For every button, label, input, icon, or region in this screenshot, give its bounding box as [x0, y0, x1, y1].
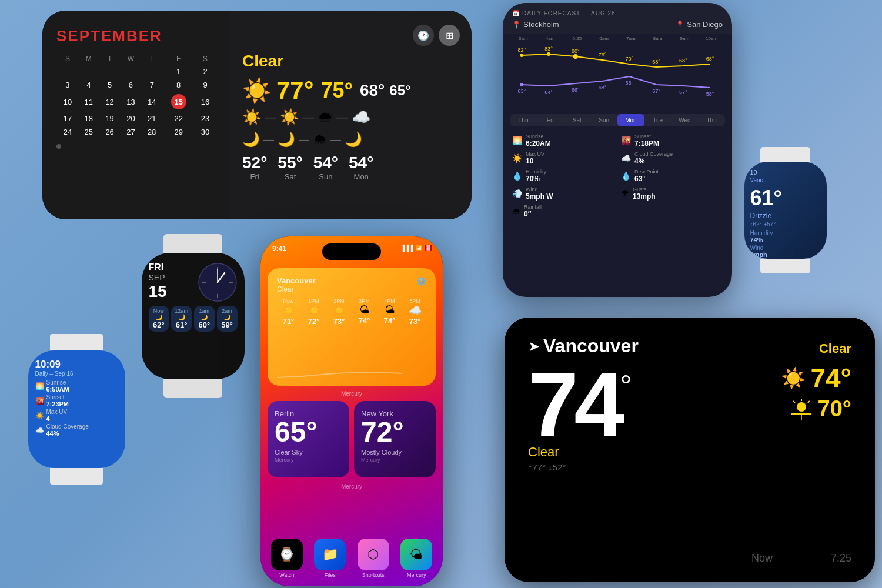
rainfall-label: Rainfall — [524, 204, 542, 210]
mercury-app-icon: 🌤 — [400, 539, 432, 570]
forecast-0: Now ☀️ 71° — [277, 298, 300, 326]
sandiego-label: 📍 San Diego — [676, 20, 723, 29]
files-app[interactable]: 📁 Files — [314, 539, 346, 578]
shortcuts-app[interactable]: ⬡ Shortcuts — [358, 539, 389, 578]
right-temp-stack: ☀️ 74° 70° — [781, 362, 851, 422]
svg-text:83°: 83° — [544, 46, 553, 52]
forecast-2: 2PM ☀️ 73° — [328, 298, 350, 326]
temp-curve — [277, 369, 426, 381]
day-thu[interactable]: Thu — [510, 114, 537, 126]
sun-horizon-icon — [790, 397, 813, 421]
gusts-value: 13mph — [633, 192, 656, 201]
iphone-calendar-weather: SEPTEMBER S M T W T F S 12 3456789 10111… — [42, 11, 472, 219]
sunrise-label: Sunrise — [526, 133, 551, 139]
dewpoint-label: Dew Point — [634, 169, 659, 175]
forecast-5: 5PM ☁️ 73° — [403, 298, 426, 326]
svg-text:63°: 63° — [517, 88, 526, 94]
cloud-icon-small: ☁️ — [35, 426, 44, 435]
calendar-grid: S M T W T F S 12 3456789 10111213141516 … — [56, 52, 216, 139]
temp-75: 75° — [321, 78, 353, 103]
watch-strip-label-3: 2am — [220, 308, 234, 314]
svg-text:57°: 57° — [652, 88, 660, 94]
moon-icon-2: 🌙 — [278, 131, 295, 148]
newyork-widget[interactable]: New York 72° Mostly Cloudy Mercury — [354, 401, 436, 477]
svg-text:58°: 58° — [706, 91, 714, 97]
watch-right-wind-val: 6mph — [750, 251, 821, 258]
moon-strip-0: 🌙 — [152, 314, 166, 320]
day-mon[interactable]: Mon — [617, 114, 644, 126]
sunrise-icon-small: 🌅 — [35, 382, 44, 390]
vancouver-screen: ➤ Vancouver 74 ° Clear ↑77° ↓52° Clear ☀… — [505, 318, 875, 582]
forecast-3: 3PM 🌤 74° — [353, 298, 376, 326]
day-sun[interactable]: Sun — [590, 114, 617, 126]
iphone-time: 9:41 — [272, 245, 286, 253]
berlin-widget[interactable]: Berlin 65° Clear Sky Mercury — [268, 401, 349, 477]
watch-strip-temp-3: 59° — [220, 320, 234, 329]
rainfall-value: 0″ — [524, 210, 542, 218]
newyork-temp: 72° — [361, 418, 429, 446]
watch-small: 10:09 Daily – Sep 16 🌅 Sunrise 6:50AM 🌇 … — [18, 334, 135, 469]
right-temp2: 70° — [818, 396, 851, 422]
svg-line-30 — [793, 401, 795, 403]
svg-point-18 — [520, 83, 523, 86]
svg-point-9 — [573, 54, 578, 59]
calendar-today: 15 — [171, 94, 186, 109]
cloud-label-small: Cloud Coverage — [46, 423, 89, 430]
cal-header-w: W — [121, 54, 141, 64]
weather-condition: Clear — [242, 52, 460, 71]
day-fri[interactable]: Fri — [537, 114, 564, 126]
watch-strip-temp-0: 62° — [152, 320, 166, 329]
watch-strip-label-1: 12am — [175, 308, 188, 314]
degree-symbol: ° — [620, 371, 632, 400]
app-dock: ⌚ Watch 📁 Files ⬡ Shortcuts 🌤 Mercury — [268, 539, 436, 578]
day-thu2[interactable]: Thu — [698, 114, 725, 126]
day-selector[interactable]: Thu Fri Sat Sun Mon Tue Wed Thu — [510, 114, 725, 126]
dash-2: — — [302, 111, 314, 124]
sunset-label-small: Sunset — [46, 394, 69, 400]
forecast-strip: Now ☀️ 71° 1PM ☀️ 72° 2PM ☀️ 73° 3PM 🌤 — [277, 298, 426, 326]
uv-icon: ☀️ — [512, 153, 522, 163]
svg-text:64°: 64° — [544, 89, 553, 95]
svg-text:76°: 76° — [599, 52, 607, 58]
cloud-coverage-icon: ☁️ — [621, 153, 631, 163]
calendar-icon-header: 📅 — [512, 10, 520, 16]
vancouver-hilo: ↑77° ↓52° — [528, 462, 751, 472]
sunset-value: 7:18PM — [634, 139, 659, 148]
watch-weather-strip: Now 🌙 62° 12am 🌙 61° 1am 🌙 60° 2am 🌙 59° — [149, 306, 238, 332]
analog-clock-svg — [198, 262, 238, 302]
watch-app-icon: ⌚ — [271, 539, 303, 570]
forecast-sun: 54° Sun — [313, 153, 338, 181]
forecast-details: 🌅 Sunrise 6:20AM 🌇 Sunset 7:18PM ☀️ Max … — [503, 129, 732, 223]
widget-settings-icon[interactable]: ⚙️ — [416, 276, 426, 286]
day-sat[interactable]: Sat — [564, 114, 591, 126]
moon-cloud-icon: 🌙 — [345, 131, 362, 148]
grid-icon[interactable]: ⊞ — [439, 25, 460, 46]
mercury-label-1: Mercury — [260, 390, 443, 397]
day-tue[interactable]: Tue — [644, 114, 671, 126]
watch-sunset-row: 🌇 Sunset 7:23PM — [35, 394, 118, 407]
sunrise-value-small: 6:50AM — [46, 386, 69, 393]
cal-header-t2: T — [142, 54, 162, 64]
forecast-1: 1PM ☀️ 72° — [302, 298, 325, 326]
detail-dewpoint: 💧 Dew Point 63° — [621, 169, 723, 183]
right-clear-label: Clear — [819, 341, 851, 356]
mercury-app[interactable]: 🌤 Mercury — [400, 539, 432, 578]
forecast-date-label: 📅 DAILY FORECAST — AUG 28 — [512, 10, 723, 16]
moon-icon-1: 🌙 — [242, 131, 260, 148]
vancouver-left-panel: ➤ Vancouver 74 ° Clear ↑77° ↓52° — [528, 335, 751, 564]
location-icon-stockholm: 📍 — [512, 21, 521, 29]
status-bar: 9:41 — [272, 245, 372, 253]
humidity-value: 70% — [526, 175, 546, 183]
uv-value-small: 4 — [46, 415, 68, 422]
watch-strip-temp-2: 60° — [198, 320, 211, 329]
watch-app[interactable]: ⌚ Watch — [271, 539, 303, 578]
detail-uv: ☀️ Max UV 10 — [512, 151, 614, 165]
cloud-label: Cloud Coverage — [634, 151, 673, 157]
detail-sunrise: 🌅 Sunrise 6:20AM — [512, 133, 614, 148]
watch-strip-temp-1: 61° — [175, 320, 188, 329]
clock-icon[interactable]: 🕐 — [413, 25, 434, 46]
vancouver-weather-widget[interactable]: Vancouver Clear ⚙️ Now ☀️ 71° 1PM ☀️ 72° — [268, 268, 436, 386]
watch-right-number: 10 — [750, 169, 821, 176]
dash-1: — — [265, 111, 276, 124]
day-wed[interactable]: Wed — [671, 114, 699, 126]
